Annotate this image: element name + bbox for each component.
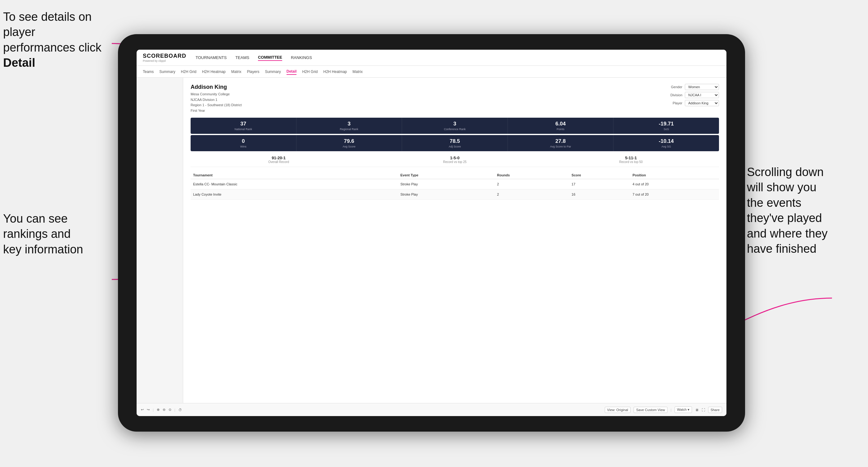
player-filter-row: Player Addison King bbox=[665, 100, 719, 106]
score-1: 17 bbox=[569, 179, 630, 189]
subnav-h2h-grid[interactable]: H2H Grid bbox=[181, 69, 196, 74]
player-select[interactable]: Addison King bbox=[685, 100, 719, 106]
main-nav: TOURNAMENTS TEAMS COMMITTEE RANKINGS bbox=[195, 54, 312, 61]
event-type-2: Stroke Play bbox=[398, 189, 495, 200]
subnav-players[interactable]: Players bbox=[247, 69, 259, 74]
tournament-name-1: Estella CC- Mountain Classic bbox=[191, 179, 398, 189]
expand-icon[interactable]: ⛶ bbox=[702, 408, 705, 412]
gender-label: Gender bbox=[665, 85, 682, 89]
stats-row-2: 0 Wins 79.6 Avg Score 78.5 Adj Score 27.… bbox=[191, 135, 719, 151]
player-filters: Gender Women Division NJCAA I bbox=[665, 84, 719, 106]
screen-icon[interactable]: 🖥 bbox=[695, 408, 699, 412]
stat-conference-rank: 3 Conference Rank bbox=[402, 118, 508, 134]
nav-committee[interactable]: COMMITTEE bbox=[258, 54, 282, 61]
col-tournament: Tournament bbox=[191, 172, 398, 179]
view-original-btn[interactable]: View: Original bbox=[605, 407, 631, 413]
col-event-type: Event Type bbox=[398, 172, 495, 179]
stat-national-rank: 37 National Rank bbox=[191, 118, 297, 134]
nav-tournaments[interactable]: TOURNAMENTS bbox=[195, 55, 227, 61]
subnav-summary[interactable]: Summary bbox=[159, 69, 175, 74]
subnav-detail[interactable]: Detail bbox=[286, 69, 297, 75]
logo-title: SCOREBOARD bbox=[143, 53, 186, 59]
nav-rankings[interactable]: RANKINGS bbox=[291, 55, 312, 61]
table-row: Lady Coyote Invite Stroke Play 2 16 7 ou… bbox=[191, 189, 719, 200]
division-label: Division bbox=[665, 93, 682, 97]
tablet-frame: SCOREBOARD Powered by clippd TOURNAMENTS… bbox=[118, 34, 745, 432]
player-region: Region 1 - Southwest (18) District bbox=[191, 102, 242, 108]
stats-row-1: 37 National Rank 3 Regional Rank 3 Confe… bbox=[191, 118, 719, 134]
col-position: Position bbox=[630, 172, 719, 179]
stat-wins: 0 Wins bbox=[191, 135, 297, 151]
annotation-top-left: To see details on player performances cl… bbox=[3, 9, 108, 71]
rounds-1: 2 bbox=[495, 179, 569, 189]
undo-icon[interactable]: ↩ bbox=[141, 408, 144, 412]
stat-avg-score-par: 27.8 Avg Score to Par bbox=[508, 135, 614, 151]
player-header: Addison King Mesa Community College NJCA… bbox=[191, 84, 719, 113]
position-2: 7 out of 20 bbox=[630, 189, 719, 200]
event-type-1: Stroke Play bbox=[398, 179, 495, 189]
record-top50: 5-11-1 Record vs top 50 bbox=[543, 156, 719, 164]
rounds-2: 2 bbox=[495, 189, 569, 200]
zoom-out-icon[interactable]: ⊖ bbox=[163, 408, 165, 412]
score-2: 16 bbox=[569, 189, 630, 200]
table-header: Tournament Event Type Rounds Score Posit… bbox=[191, 172, 719, 179]
sub-nav: Teams Summary H2H Grid H2H Heatmap Matri… bbox=[136, 66, 726, 77]
player-label: Player bbox=[665, 101, 682, 105]
nav-teams[interactable]: TEAMS bbox=[235, 55, 249, 61]
division-select[interactable]: NJCAA I bbox=[685, 92, 719, 98]
share-btn[interactable]: Share bbox=[708, 407, 722, 413]
position-1: 4 out of 20 bbox=[630, 179, 719, 189]
stat-avg-score: 79.6 Avg Score bbox=[297, 135, 402, 151]
top-nav: SCOREBOARD Powered by clippd TOURNAMENTS… bbox=[136, 50, 726, 66]
col-score: Score bbox=[569, 172, 630, 179]
stat-regional-rank: 3 Regional Rank bbox=[297, 118, 402, 134]
annotation-bottom-left: You can see rankings and key information bbox=[3, 211, 108, 257]
player-name: Addison King bbox=[191, 84, 242, 90]
main-panel: Addison King Mesa Community College NJCA… bbox=[183, 77, 726, 403]
save-custom-view-btn[interactable]: Save Custom View bbox=[633, 407, 668, 413]
player-school: Mesa Community College bbox=[191, 92, 242, 97]
redo-icon[interactable]: ↪ bbox=[147, 408, 150, 412]
subnav-h2h-grid2[interactable]: H2H Grid bbox=[302, 69, 318, 74]
gender-filter-row: Gender Women bbox=[665, 84, 719, 90]
stat-points: 6.04 Points bbox=[508, 118, 614, 134]
left-panel bbox=[136, 77, 183, 403]
col-rounds: Rounds bbox=[495, 172, 569, 179]
clock-icon[interactable]: ⏱ bbox=[179, 408, 182, 412]
tablet-screen: SCOREBOARD Powered by clippd TOURNAMENTS… bbox=[136, 50, 726, 416]
bottom-toolbar: ↩ ↪ | ⊕ ⊖ ⊙ | ⏱ View: Original Save Cust… bbox=[136, 403, 726, 416]
table-row: Estella CC- Mountain Classic Stroke Play… bbox=[191, 179, 719, 189]
record-overall: 91-20-1 Overall Record bbox=[191, 156, 367, 164]
player-info: Addison King Mesa Community College NJCA… bbox=[191, 84, 242, 113]
stat-avg-sg: -10.14 Avg SG bbox=[614, 135, 719, 151]
table-body: Estella CC- Mountain Classic Stroke Play… bbox=[191, 179, 719, 200]
zoom-reset[interactable]: ⊙ bbox=[168, 408, 172, 412]
logo-area: SCOREBOARD Powered by clippd bbox=[143, 53, 186, 62]
subnav-matrix[interactable]: Matrix bbox=[231, 69, 242, 74]
logo-sub: Powered by clippd bbox=[143, 59, 186, 62]
records-row: 91-20-1 Overall Record 1-5-0 Record vs t… bbox=[191, 156, 719, 167]
division-filter-row: Division NJCAA I bbox=[665, 92, 719, 98]
subnav-teams[interactable]: Teams bbox=[143, 69, 154, 74]
subnav-summary2[interactable]: Summary bbox=[265, 69, 281, 74]
record-top25: 1-5-0 Record vs top 25 bbox=[367, 156, 542, 164]
player-year: First Year bbox=[191, 108, 242, 114]
tournament-table: Tournament Event Type Rounds Score Posit… bbox=[191, 172, 719, 200]
annotation-right: Scrolling down will show you the events … bbox=[747, 164, 865, 256]
subnav-matrix2[interactable]: Matrix bbox=[353, 69, 363, 74]
content-area: Addison King Mesa Community College NJCA… bbox=[136, 77, 726, 403]
tournament-name-2: Lady Coyote Invite bbox=[191, 189, 398, 200]
subnav-h2h-heatmap[interactable]: H2H Heatmap bbox=[202, 69, 226, 74]
gender-select[interactable]: Women bbox=[685, 84, 719, 90]
watch-btn[interactable]: Watch ▾ bbox=[675, 406, 692, 413]
stat-adj-score: 78.5 Adj Score bbox=[402, 135, 508, 151]
subnav-h2h-heatmap2[interactable]: H2H Heatmap bbox=[323, 69, 347, 74]
player-division: NJCAA Division 1 bbox=[191, 97, 242, 103]
zoom-icon[interactable]: ⊕ bbox=[157, 408, 160, 412]
stat-sos: -19.71 SoS bbox=[614, 118, 719, 134]
